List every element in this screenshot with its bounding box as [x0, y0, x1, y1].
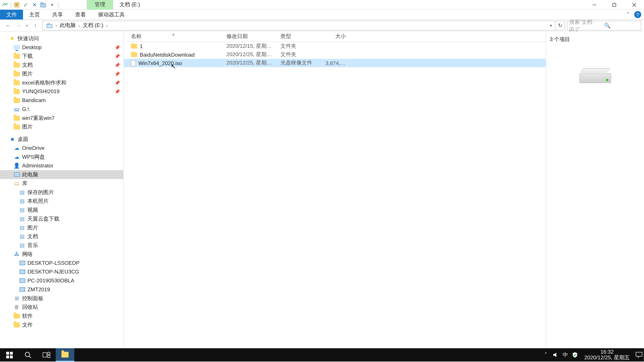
- ribbon: 文件 主页 共享 查看 驱动器工具 ˅ ?: [0, 10, 644, 20]
- tab-drive-tools[interactable]: 驱动器工具: [92, 10, 131, 19]
- tab-view[interactable]: 查看: [69, 10, 92, 19]
- tree-item-pictures2[interactable]: 图片: [0, 122, 124, 131]
- tab-share[interactable]: 共享: [46, 10, 69, 19]
- tree-net-pc1[interactable]: DESKTOP-LSSOEDP: [0, 259, 124, 268]
- tree-lib-tianyi[interactable]: ▤天翼云盘下载: [0, 214, 124, 223]
- breadcrumb-root-icon[interactable]: [44, 21, 54, 30]
- properties-icon[interactable]: [13, 1, 21, 8]
- action-center-icon[interactable]: [634, 348, 644, 362]
- label: 本机照片: [27, 197, 49, 205]
- video-icon: ▤: [18, 206, 26, 213]
- file-row[interactable]: 12020/12/15, 星期二 1...文件夹: [124, 42, 546, 50]
- security-icon[interactable]: [570, 348, 580, 362]
- help-icon[interactable]: ?: [634, 11, 641, 18]
- label: 控制面板: [22, 295, 44, 302]
- close-x-icon[interactable]: ✕: [30, 1, 38, 8]
- address-dropdown-icon[interactable]: ▾: [547, 20, 555, 31]
- tree-desktop-root[interactable]: ■桌面: [0, 135, 124, 144]
- file-row[interactable]: Win7x64_2020.iso2020/12/25, 星期五 1...光盘映像…: [124, 59, 546, 67]
- forward-button[interactable]: →: [13, 20, 24, 31]
- chevron-right-icon[interactable]: ›: [54, 22, 58, 28]
- tree-net-pc3[interactable]: PC-20190530OBLA: [0, 276, 124, 285]
- app-icon[interactable]: [1, 1, 9, 8]
- tree-quick-access[interactable]: ★ 快速访问: [0, 34, 124, 43]
- ribbon-expand-icon[interactable]: ˅: [624, 11, 632, 18]
- tab-home[interactable]: 主页: [23, 10, 46, 19]
- check-icon[interactable]: ✓: [22, 1, 30, 8]
- column-type[interactable]: 类型: [277, 31, 322, 41]
- desktop-icon: [13, 44, 20, 51]
- column-size[interactable]: 大小: [322, 31, 349, 41]
- file-row[interactable]: BaiduNetdiskDownload2020/12/25, 星期五 1...…: [124, 50, 546, 59]
- tree-item-g-drive[interactable]: 🖴G:\: [0, 105, 124, 114]
- tree-item-excel[interactable]: excel表格制作求和📌: [0, 78, 124, 87]
- tree-item-win7[interactable]: win7重装win7: [0, 114, 124, 122]
- tree-lib-music[interactable]: ▤音乐: [0, 241, 124, 250]
- breadcrumb-this-pc[interactable]: 此电脑: [58, 21, 77, 30]
- qat-dropdown-icon[interactable]: ▾: [48, 1, 56, 8]
- svg-rect-17: [43, 353, 47, 357]
- tree-lib-docs[interactable]: ▤文档: [0, 232, 124, 241]
- label: 软件: [22, 312, 33, 320]
- tree-libraries[interactable]: 🗂库: [0, 179, 124, 188]
- tree-recycle-bin[interactable]: 🗑回收站: [0, 303, 124, 312]
- pc-icon: [18, 277, 26, 284]
- search-input[interactable]: 搜索"文档 (E:)" 🔍: [567, 21, 641, 30]
- tree-network[interactable]: 🖧网络: [0, 250, 124, 259]
- search-placeholder: 搜索"文档 (E:)": [569, 18, 604, 32]
- back-button[interactable]: ←: [3, 20, 13, 31]
- tray-overflow-icon[interactable]: ˄: [541, 348, 551, 362]
- tree-control-panel[interactable]: ⊞控制面板: [0, 294, 124, 303]
- tree-item-documents[interactable]: 文档📌: [0, 60, 124, 69]
- tree-this-pc[interactable]: 此电脑: [0, 170, 124, 179]
- chevron-right-icon[interactable]: ›: [77, 22, 81, 28]
- navigation-pane[interactable]: ★ 快速访问 Desktop📌 下载📌 文档📌 图片📌 excel表格制作求和📌…: [0, 31, 124, 352]
- refresh-icon[interactable]: ↻: [555, 21, 565, 30]
- tree-administrator[interactable]: 👤Administrator: [0, 161, 124, 170]
- tray-clock[interactable]: 16:32 2020/12/25, 星期五: [580, 349, 634, 361]
- tree-item-desktop[interactable]: Desktop📌: [0, 43, 124, 52]
- label: 此电脑: [22, 171, 38, 178]
- contextual-tab-label[interactable]: 管理: [87, 0, 113, 9]
- tree-files[interactable]: 文件: [0, 321, 124, 329]
- breadcrumb-bar[interactable]: › 此电脑 › 文档 (E:) › ▾ ↻: [42, 21, 565, 30]
- pc-icon: [18, 259, 26, 267]
- recent-locations-icon[interactable]: ▾: [24, 20, 30, 31]
- folder-icon: [13, 70, 20, 77]
- pin-icon: 📌: [114, 45, 120, 50]
- label: 视频: [27, 206, 38, 214]
- up-button[interactable]: ↑: [30, 20, 40, 31]
- tree-net-pc2[interactable]: DESKTOP-NJEU3CG: [0, 267, 124, 276]
- task-view-button[interactable]: [37, 348, 56, 362]
- tree-item-bandicam[interactable]: Bandicam: [0, 96, 124, 105]
- start-button[interactable]: [0, 348, 18, 362]
- label: 保存的图片: [27, 189, 54, 196]
- file-tab[interactable]: 文件: [0, 10, 23, 19]
- label: 图片: [22, 70, 33, 78]
- column-date[interactable]: 修改日期: [223, 31, 277, 41]
- tree-item-downloads[interactable]: 下载📌: [0, 52, 124, 61]
- tree-lib-localpics[interactable]: ▤本机照片: [0, 197, 124, 205]
- new-folder-icon[interactable]: [40, 1, 47, 8]
- tree-onedrive[interactable]: ☁OneDrive: [0, 144, 124, 152]
- close-button[interactable]: [624, 0, 644, 9]
- search-icon[interactable]: 🔍: [604, 22, 639, 28]
- tree-lib-video[interactable]: ▤视频: [0, 205, 124, 214]
- search-button[interactable]: [18, 348, 37, 362]
- tree-lib-savedpics[interactable]: ▤保存的图片: [0, 188, 124, 197]
- label: 快速访问: [18, 35, 39, 42]
- tree-item-pictures[interactable]: 图片📌: [0, 69, 124, 78]
- minimize-button[interactable]: [584, 0, 604, 9]
- volume-icon[interactable]: [551, 348, 560, 362]
- tree-item-yunqishi[interactable]: YUNQISHI2019📌: [0, 87, 124, 96]
- tree-lib-pics[interactable]: ▤图片: [0, 223, 124, 232]
- tree-net-pc4[interactable]: ZMT2019: [0, 285, 124, 294]
- ime-indicator[interactable]: 中: [560, 348, 570, 362]
- maximize-button[interactable]: [604, 0, 624, 9]
- tree-wps[interactable]: ☁WPS网盘: [0, 152, 124, 161]
- breadcrumb-current[interactable]: 文档 (E:): [81, 21, 105, 30]
- taskbar-explorer[interactable]: [56, 348, 74, 362]
- chevron-right-icon[interactable]: ›: [105, 22, 109, 28]
- folder-icon: [13, 61, 20, 68]
- tree-software[interactable]: 软件: [0, 312, 124, 321]
